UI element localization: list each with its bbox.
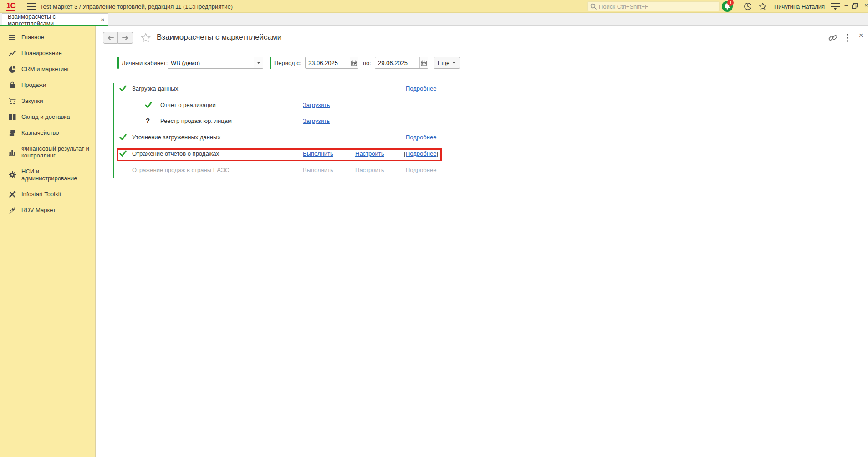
- warehouse-icon: [8, 113, 16, 121]
- purchases-icon: [8, 97, 16, 105]
- sidebar-item-purchases[interactable]: Закупки: [0, 93, 95, 109]
- task-row-legal-sales-register: ? Реестр продаж юр. лицам Загрузить: [96, 115, 597, 127]
- cabinet-value-input[interactable]: [168, 57, 254, 68]
- main-menu-icon[interactable]: [27, 3, 36, 10]
- settings-icon: [8, 171, 16, 179]
- calendar-icon: [420, 60, 427, 66]
- restore-button[interactable]: [852, 3, 861, 12]
- search-input[interactable]: [599, 3, 713, 10]
- search-icon: [590, 3, 597, 10]
- question-icon: ?: [146, 117, 150, 124]
- details-link[interactable]: Подробнее: [406, 85, 436, 92]
- crm-icon: [8, 65, 16, 73]
- period-to-input[interactable]: [375, 57, 419, 68]
- history-icon[interactable]: [744, 2, 752, 10]
- notifications-icon[interactable]: 1: [722, 1, 733, 12]
- check-icon: [119, 150, 127, 157]
- details-link-disabled: Подробнее: [406, 167, 436, 173]
- sidebar-item-infostart-toolkit[interactable]: Infostart Toolkit: [0, 186, 95, 202]
- cabinet-group-bar: [117, 57, 119, 69]
- task-row-sales-report: Отчет о реализации Загрузить: [96, 99, 597, 111]
- period-from-field[interactable]: [305, 57, 358, 69]
- cabinet-combobox[interactable]: [168, 57, 263, 69]
- check-icon: [119, 134, 127, 141]
- forward-button[interactable]: [118, 32, 133, 44]
- details-link[interactable]: Подробнее: [406, 134, 436, 141]
- 1c-logo: 1С: [6, 1, 15, 11]
- chevron-down-icon: [453, 62, 455, 64]
- tab-marketplace-settlements[interactable]: Взаиморасчеты с маркетплейсами ×: [2, 13, 108, 26]
- sidebar-item-sales[interactable]: Продажи: [0, 77, 95, 93]
- tasks-group-bar: [113, 83, 114, 178]
- sidebar: Главное Планирование CRM и маркетинг Про…: [0, 26, 96, 457]
- minimize-button[interactable]: –: [842, 2, 851, 11]
- tab-close-icon[interactable]: ×: [101, 16, 104, 23]
- planning-icon: [8, 49, 16, 57]
- task-row-data-load: Загрузка данных Подробнее: [96, 83, 597, 95]
- current-user[interactable]: Пичугина Наталия: [774, 3, 825, 10]
- period-to-calendar-button[interactable]: [419, 57, 428, 68]
- task-row-eaeu-sales-reflection: Отражение продаж в страны ЕАЭС Выполнить…: [96, 164, 597, 176]
- details-link[interactable]: Подробнее: [406, 150, 436, 157]
- configure-link[interactable]: Настроить: [355, 150, 384, 157]
- load-link[interactable]: Загрузить: [303, 102, 330, 108]
- run-link[interactable]: Выполнить: [303, 150, 333, 157]
- sidebar-item-finance[interactable]: Финансовый результат и контроллинг: [0, 141, 95, 163]
- app-title: Test Маркет 3 / Управление торговлей, ре…: [40, 3, 233, 10]
- sidebar-item-planning[interactable]: Планирование: [0, 45, 95, 61]
- treasury-icon: [8, 129, 16, 137]
- period-to-label: по:: [363, 60, 371, 66]
- favorites-star-icon[interactable]: [759, 2, 767, 10]
- load-link[interactable]: Загрузить: [303, 117, 330, 124]
- close-form-icon[interactable]: ×: [859, 31, 863, 40]
- chevron-down-icon: [257, 62, 260, 64]
- sidebar-item-warehouse[interactable]: Склад и доставка: [0, 109, 95, 125]
- more-actions-icon[interactable]: [846, 33, 849, 42]
- menu-icon: [8, 33, 16, 41]
- toolkit-icon: [8, 190, 16, 198]
- period-from-input[interactable]: [306, 57, 350, 68]
- sidebar-item-treasury[interactable]: Казначейство: [0, 125, 95, 141]
- cabinet-label: Личный кабинет:: [122, 60, 168, 66]
- global-search[interactable]: [587, 1, 720, 11]
- period-group-bar: [270, 57, 271, 69]
- check-icon: [119, 85, 127, 92]
- arrow-right-icon: [122, 35, 129, 41]
- cabinet-dropdown-button[interactable]: [254, 57, 263, 68]
- sidebar-item-main[interactable]: Главное: [0, 29, 95, 45]
- close-window-button[interactable]: ×: [862, 2, 868, 11]
- task-row-data-refinement: Уточнение загруженных данных Подробнее: [96, 132, 597, 143]
- sidebar-item-crm[interactable]: CRM и маркетинг: [0, 61, 95, 77]
- sales-icon: [8, 81, 16, 89]
- more-button[interactable]: Еще: [434, 57, 460, 69]
- check-icon: [145, 102, 152, 108]
- sidebar-item-rdv-market[interactable]: RDV Маркет: [0, 202, 95, 218]
- service-menu-icon[interactable]: [831, 3, 840, 10]
- period-from-label: Период с:: [274, 60, 301, 66]
- calendar-icon: [351, 60, 357, 66]
- sidebar-item-admin[interactable]: НСИ и администрирование: [0, 163, 95, 186]
- window-title-bar: 1С Test Маркет 3 / Управление торговлей,…: [0, 0, 868, 13]
- tab-bar: Взаиморасчеты с маркетплейсами ×: [0, 13, 868, 26]
- arrow-left-icon: [107, 35, 114, 41]
- rocket-icon: [8, 206, 16, 214]
- period-to-field[interactable]: [375, 57, 428, 69]
- configure-link-disabled: Настроить: [355, 167, 384, 173]
- back-button[interactable]: [103, 32, 118, 44]
- task-row-sales-reports-reflection: Отражение отчетов о продажах Выполнить Н…: [96, 148, 597, 160]
- period-from-calendar-button[interactable]: [350, 57, 358, 68]
- page-title: Взаиморасчеты с маркетплейсами: [157, 33, 281, 42]
- get-link-icon[interactable]: [828, 33, 838, 43]
- main-content: Взаиморасчеты с маркетплейсами × Личный …: [96, 26, 868, 457]
- finance-icon: [8, 148, 16, 156]
- run-link-disabled: Выполнить: [303, 167, 333, 173]
- history-nav: [103, 32, 133, 44]
- favorite-page-star-icon[interactable]: [140, 32, 151, 43]
